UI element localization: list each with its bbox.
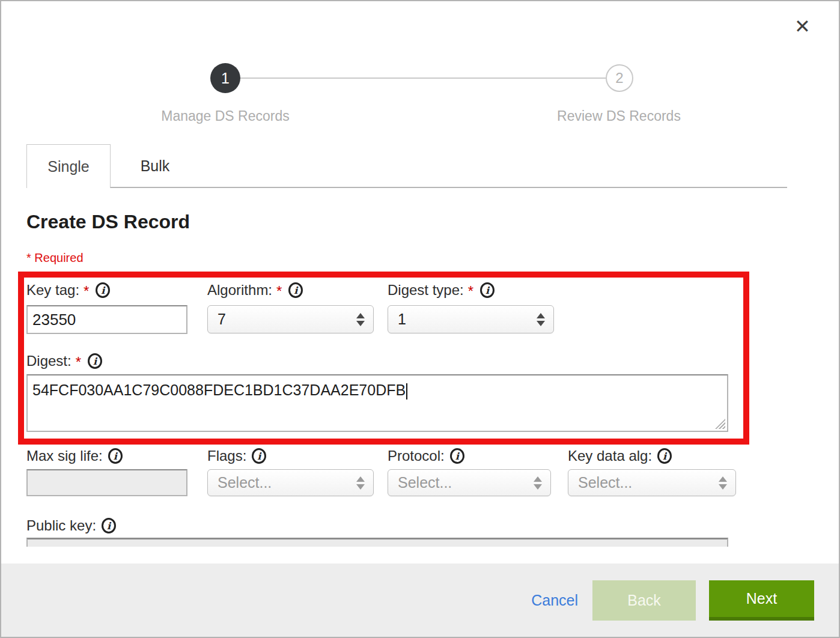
- tab-bulk[interactable]: Bulk: [111, 144, 199, 188]
- max-sig-life-input[interactable]: [26, 469, 187, 496]
- algorithm-label: Algorithm: * i: [207, 281, 303, 299]
- select-arrows-icon: [356, 476, 365, 490]
- required-asterisk: *: [276, 283, 282, 300]
- tab-single-label: Single: [47, 158, 90, 175]
- required-asterisk: *: [84, 283, 89, 300]
- create-ds-record-modal: { "window": { "close_icon": "✕" }, "step…: [0, 0, 840, 638]
- modal-footer: Cancel Back Next: [1, 564, 839, 637]
- digest-type-select-value: 1: [398, 311, 537, 328]
- required-asterisk: *: [76, 354, 81, 371]
- stepper-step-2-label: Review DS Records: [523, 108, 715, 124]
- resize-handle-icon[interactable]: [715, 419, 725, 429]
- digest-type-label: Digest type: * i: [388, 281, 495, 299]
- info-icon[interactable]: i: [88, 353, 102, 369]
- key-data-alg-label: Key data alg: i: [568, 447, 672, 465]
- info-icon[interactable]: i: [108, 448, 123, 464]
- back-button[interactable]: Back: [592, 580, 696, 621]
- required-asterisk: *: [468, 283, 473, 300]
- flags-select[interactable]: Select...: [207, 469, 374, 496]
- next-button[interactable]: Next: [709, 580, 814, 621]
- flags-select-value: Select...: [218, 474, 356, 491]
- info-icon[interactable]: i: [480, 282, 495, 298]
- close-icon[interactable]: ✕: [794, 17, 811, 36]
- stepper-connector-line: [240, 77, 606, 79]
- key-tag-label: Key tag: * i: [26, 281, 110, 299]
- algorithm-select-value: 7: [218, 311, 356, 328]
- stepper-step-2-number: 2: [615, 70, 623, 87]
- info-icon[interactable]: i: [252, 448, 266, 464]
- public-key-textarea[interactable]: [26, 538, 728, 547]
- flags-label: Flags: i: [207, 447, 266, 465]
- cancel-link[interactable]: Cancel: [531, 592, 578, 609]
- info-icon[interactable]: i: [450, 448, 464, 464]
- digest-value: 54FCF030AA1C79C0088FDEC1BD1C37DAA2E70DFB: [32, 381, 406, 398]
- info-icon[interactable]: i: [96, 282, 110, 298]
- digest-label: Digest: * i: [26, 352, 102, 370]
- select-arrows-icon: [537, 313, 545, 326]
- algorithm-select[interactable]: 7: [207, 305, 374, 333]
- digest-type-select[interactable]: 1: [388, 305, 554, 333]
- key-tag-input[interactable]: [26, 305, 187, 334]
- page-title: Create DS Record: [26, 211, 190, 233]
- digest-textarea[interactable]: 54FCF030AA1C79C0088FDEC1BD1C37DAA2E70DFB: [26, 374, 728, 432]
- required-note: * Required: [26, 251, 84, 265]
- public-key-label: Public key: i: [26, 517, 116, 535]
- info-icon[interactable]: i: [102, 518, 116, 533]
- stepper-step-1-label: Manage DS Records: [129, 108, 321, 124]
- stepper-step-1-number: 1: [221, 70, 230, 87]
- select-arrows-icon: [534, 476, 542, 490]
- text-caret: [406, 383, 407, 400]
- key-data-alg-select-value: Select...: [578, 474, 719, 491]
- stepper-step-1: 1: [210, 63, 240, 93]
- protocol-select-value: Select...: [398, 474, 534, 491]
- tab-bulk-label: Bulk: [141, 157, 170, 175]
- max-sig-life-label: Max sig life: i: [26, 447, 123, 465]
- info-icon[interactable]: i: [288, 282, 303, 298]
- protocol-label: Protocol: i: [388, 447, 464, 465]
- stepper-step-2: 2: [606, 64, 633, 92]
- tab-single[interactable]: Single: [26, 144, 111, 188]
- info-icon[interactable]: i: [657, 448, 672, 464]
- key-data-alg-select[interactable]: Select...: [568, 469, 736, 496]
- tabbar-bottom-border: [111, 187, 787, 188]
- protocol-select[interactable]: Select...: [388, 469, 551, 496]
- select-arrows-icon: [356, 313, 365, 326]
- select-arrows-icon: [719, 476, 727, 490]
